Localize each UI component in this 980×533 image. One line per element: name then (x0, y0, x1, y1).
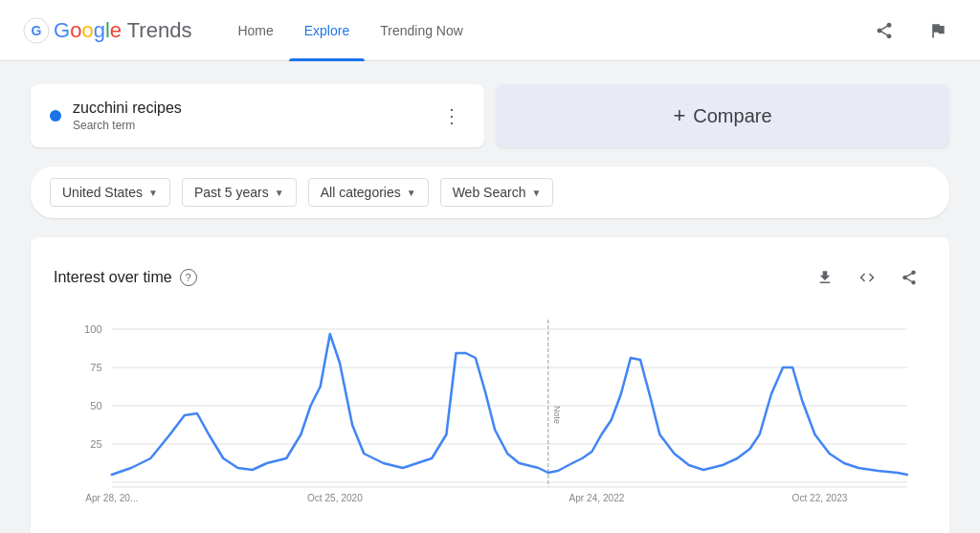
chart-title-row: Interest over time ? (54, 269, 197, 286)
nav-home[interactable]: Home (222, 0, 288, 61)
chart-actions (808, 260, 926, 295)
nav-explore[interactable]: Explore (289, 0, 365, 61)
svg-text:G: G (32, 23, 42, 38)
svg-text:75: 75 (90, 362, 101, 373)
region-dropdown-arrow: ▼ (148, 188, 158, 198)
logo-text: Google Trends (54, 18, 191, 43)
google-icon: G (23, 17, 50, 44)
svg-text:Note: Note (552, 406, 562, 424)
chart-container: 100 75 50 25 Note Apr 28, 20... Oct 25, … (54, 310, 926, 524)
svg-text:Oct 25, 2020: Oct 25, 2020 (307, 493, 363, 503)
search-type-dropdown-arrow: ▼ (531, 188, 541, 198)
share-icon (875, 21, 894, 40)
header-actions (865, 11, 957, 50)
category-filter[interactable]: All categories ▼ (308, 178, 429, 207)
nav-trending-now[interactable]: Trending Now (365, 0, 479, 61)
filters-bar: United States ▼ Past 5 years ▼ All categ… (31, 167, 949, 218)
embed-button[interactable] (850, 260, 884, 295)
search-term-left: zucchini recipes Search term (50, 100, 182, 132)
region-filter[interactable]: United States ▼ (50, 178, 170, 207)
share-chart-button[interactable] (892, 260, 926, 295)
time-filter[interactable]: Past 5 years ▼ (182, 178, 297, 207)
category-filter-label: All categories (321, 185, 401, 200)
header: G Google Trends Home Explore Trending No… (0, 0, 980, 61)
main-nav: Home Explore Trending Now (222, 0, 865, 61)
chart-header: Interest over time ? (54, 260, 926, 295)
flag-button[interactable] (919, 11, 957, 50)
download-button[interactable] (808, 260, 842, 295)
search-row: zucchini recipes Search term ⋮ + Compare (31, 84, 949, 147)
chart-title: Interest over time (54, 269, 172, 286)
flag-icon (928, 21, 947, 40)
share-chart-icon (901, 269, 918, 286)
search-term-name: zucchini recipes (73, 100, 182, 117)
time-filter-label: Past 5 years (194, 185, 269, 200)
search-dot (50, 110, 61, 122)
svg-text:Apr 24, 2022: Apr 24, 2022 (569, 493, 625, 503)
more-options-button[interactable]: ⋮ (438, 102, 465, 129)
svg-text:100: 100 (84, 323, 102, 335)
compare-label: + Compare (673, 103, 771, 128)
chart-card: Interest over time ? (31, 237, 949, 533)
help-icon[interactable]: ? (180, 269, 197, 286)
search-type-filter-label: Web Search (453, 185, 526, 200)
google-trends-logo: G Google Trends (23, 17, 191, 44)
compare-plus: + (673, 103, 685, 128)
interest-over-time-chart: 100 75 50 25 Note Apr 28, 20... Oct 25, … (54, 310, 926, 521)
embed-icon (858, 269, 876, 286)
share-button[interactable] (865, 11, 903, 50)
svg-text:Apr 28, 20...: Apr 28, 20... (85, 493, 138, 503)
svg-text:50: 50 (90, 400, 101, 411)
category-dropdown-arrow: ▼ (407, 188, 416, 198)
search-term-card: zucchini recipes Search term ⋮ (31, 84, 484, 147)
search-term-info: zucchini recipes Search term (73, 100, 182, 132)
download-icon (816, 269, 834, 286)
compare-text: Compare (693, 105, 771, 127)
compare-card[interactable]: + Compare (496, 84, 949, 147)
search-term-type: Search term (73, 119, 182, 132)
search-type-filter[interactable]: Web Search ▼ (440, 178, 554, 207)
region-filter-label: United States (62, 185, 143, 200)
svg-text:25: 25 (90, 438, 101, 450)
time-dropdown-arrow: ▼ (275, 188, 284, 198)
svg-text:Oct 22, 2023: Oct 22, 2023 (792, 493, 848, 503)
main-content: zucchini recipes Search term ⋮ + Compare… (0, 61, 980, 533)
